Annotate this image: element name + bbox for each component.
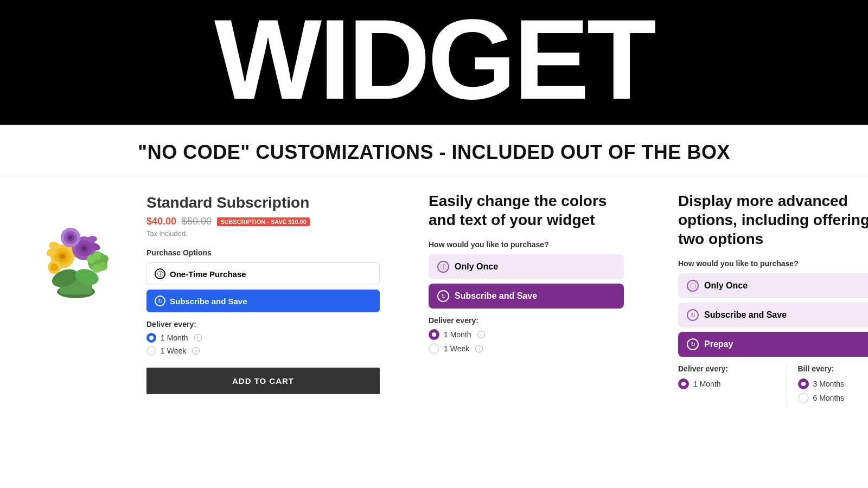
panel2-3months-radio[interactable] bbox=[798, 378, 809, 389]
panel2-prepay-option[interactable]: ↻ Prepay bbox=[678, 332, 868, 357]
deliver-label: Deliver every: bbox=[146, 320, 380, 329]
panel2-subscribe-label: Subscribe and Save bbox=[704, 310, 787, 320]
panel1-section: Easily change the colors and text of you… bbox=[423, 191, 629, 357]
subtitle-section: "NO CODE" CUSTOMIZATIONS - INCLUDED OUT … bbox=[0, 125, 868, 175]
panel2-only-once-label: Only Once bbox=[704, 281, 748, 291]
panel2-only-once-option[interactable]: ⓘ Only Once bbox=[678, 273, 868, 298]
panel1-subscribe-label: Subscribe and Save bbox=[455, 291, 537, 301]
subscription-badge: SUBSCRIPTION - SAVE $10.00 bbox=[217, 217, 310, 226]
panel2-6months-label: 6 Months bbox=[813, 394, 845, 402]
deliver-1month-label: 1 Month bbox=[161, 333, 188, 342]
panel2-1month-label: 1 Month bbox=[693, 380, 721, 388]
one-time-label: One-Time Purchase bbox=[170, 269, 246, 279]
price-new: $40.00 bbox=[146, 216, 176, 227]
panel1-1month-label: 1 Month bbox=[444, 330, 471, 339]
purchase-options-label: Purchase Options bbox=[146, 248, 380, 257]
deliver-1month-info: i bbox=[194, 334, 202, 342]
subtitle-text: "NO CODE" CUSTOMIZATIONS - INCLUDED OUT … bbox=[0, 141, 868, 164]
panel1-1month-info: i bbox=[477, 331, 485, 338]
panel2-description: Display more advanced options, including… bbox=[678, 191, 868, 248]
panel1-1month-row[interactable]: 1 Month i bbox=[429, 329, 624, 340]
panel2-6months-row[interactable]: 6 Months bbox=[798, 393, 869, 403]
product-section: Standard Subscription $40.00 $50.00 SUBS… bbox=[22, 191, 380, 394]
product-image bbox=[22, 191, 130, 300]
panel1-1week-info: i bbox=[475, 345, 483, 352]
deliver-1week-label: 1 Week bbox=[161, 346, 186, 355]
panel1-only-once-label: Only Once bbox=[455, 262, 498, 272]
main-content: Standard Subscription $40.00 $50.00 SUBS… bbox=[0, 175, 868, 419]
panel2-1month-radio[interactable] bbox=[678, 378, 689, 389]
svg-point-23 bbox=[69, 236, 72, 239]
deliver-col-label: Deliver every: bbox=[678, 364, 776, 373]
panel1-1week-label: 1 Week bbox=[444, 344, 469, 353]
panel1-question: How would you like to purchase? bbox=[429, 240, 624, 249]
product-details: Standard Subscription $40.00 $50.00 SUBS… bbox=[146, 191, 380, 394]
deliver-1month-row[interactable]: 1 Month i bbox=[146, 333, 380, 343]
panel1-subscribe-icon: ↻ bbox=[437, 290, 449, 302]
header-section: WIDGET bbox=[0, 0, 868, 125]
bill-col-label: Bill every: bbox=[798, 364, 869, 373]
price-old: $50.00 bbox=[182, 216, 212, 227]
add-to-cart-button[interactable]: ADD TO CART bbox=[146, 368, 380, 394]
panel2-question: How would you like to purchase? bbox=[678, 259, 868, 268]
panel2-subscribe-icon: ↻ bbox=[687, 309, 699, 321]
page-title: WIDGET bbox=[214, 3, 654, 117]
panel2-1month-row[interactable]: 1 Month bbox=[678, 378, 776, 389]
price-row: $40.00 $50.00 SUBSCRIPTION - SAVE $10.00 bbox=[146, 216, 380, 227]
deliver-1week-radio[interactable] bbox=[146, 346, 156, 356]
panel1-subscribe-option[interactable]: ↻ Subscribe and Save bbox=[429, 284, 624, 309]
subscribe-save-option[interactable]: ↻ Subscribe and Save bbox=[146, 290, 380, 312]
deliver-bill-section: Deliver every: 1 Month Bill every: 3 Mon… bbox=[678, 364, 868, 407]
tax-note: Tax included. bbox=[146, 229, 380, 237]
panel2-3months-label: 3 Months bbox=[813, 380, 845, 388]
subscribe-icon: ↻ bbox=[155, 296, 165, 306]
svg-point-31 bbox=[50, 264, 58, 271]
panel1-only-once-icon: ⓘ bbox=[437, 261, 449, 273]
svg-point-15 bbox=[82, 246, 86, 251]
panel1-1week-radio[interactable] bbox=[429, 343, 439, 354]
panel1-deliver-label: Deliver every: bbox=[429, 316, 624, 325]
product-title: Standard Subscription bbox=[146, 194, 380, 211]
panel2-6months-radio[interactable] bbox=[798, 393, 809, 403]
panel2-3months-row[interactable]: 3 Months bbox=[798, 378, 869, 389]
subscribe-label: Subscribe and Save bbox=[170, 297, 247, 306]
deliver-1month-radio[interactable] bbox=[146, 333, 156, 343]
panel1-description: Easily change the colors and text of you… bbox=[429, 191, 624, 229]
panel1-only-once-option[interactable]: ⓘ Only Once bbox=[429, 254, 624, 279]
svg-point-7 bbox=[60, 254, 65, 259]
svg-point-29 bbox=[92, 264, 101, 273]
panel1-1week-row[interactable]: 1 Week i bbox=[429, 343, 624, 354]
deliver-1week-info: i bbox=[192, 347, 200, 355]
deliver-col: Deliver every: 1 Month bbox=[678, 364, 787, 407]
bill-col: Bill every: 3 Months 6 Months bbox=[787, 364, 869, 407]
deliver-1week-row[interactable]: 1 Week i bbox=[146, 346, 380, 356]
panel1-1month-radio[interactable] bbox=[429, 329, 439, 340]
one-time-icon: ⓘ bbox=[155, 268, 165, 279]
panel2-subscribe-option[interactable]: ↻ Subscribe and Save bbox=[678, 303, 868, 328]
panel2-prepay-label: Prepay bbox=[704, 339, 733, 349]
panel2-section: Display more advanced options, including… bbox=[673, 191, 868, 407]
one-time-purchase-option[interactable]: ⓘ One-Time Purchase bbox=[146, 262, 380, 285]
panel2-prepay-icon: ↻ bbox=[687, 338, 699, 350]
panel2-only-once-icon: ⓘ bbox=[687, 280, 699, 292]
